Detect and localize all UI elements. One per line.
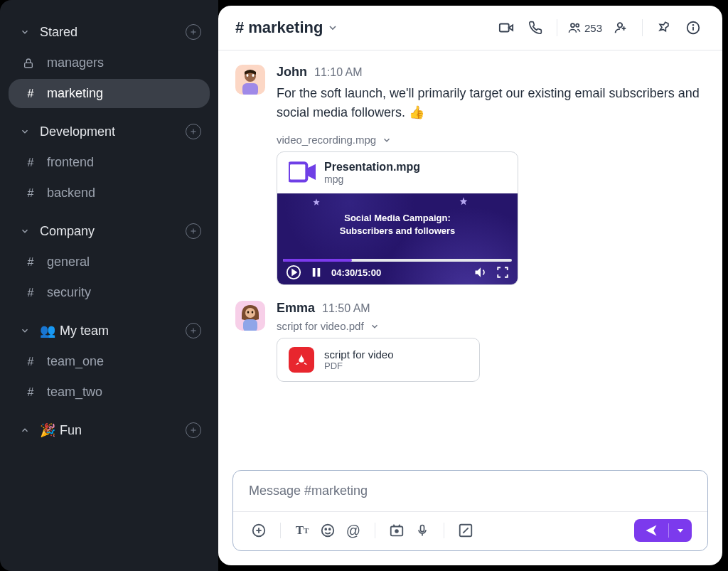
- add-channel-button[interactable]: [186, 323, 201, 338]
- svg-point-24: [252, 74, 255, 77]
- audio-call-button[interactable]: [524, 16, 547, 39]
- svg-rect-29: [313, 268, 316, 277]
- people-icon: [567, 21, 582, 35]
- attachment-filename: script for video.pdf: [277, 320, 364, 332]
- pdf-attachment[interactable]: script for video PDF: [277, 338, 480, 382]
- record-audio-button[interactable]: [412, 521, 432, 540]
- svg-point-34: [247, 311, 250, 314]
- send-button[interactable]: [634, 519, 668, 542]
- video-caption: Social Media Campaign: Subscribers and f…: [277, 212, 518, 238]
- pin-button[interactable]: [653, 16, 675, 39]
- svg-marker-31: [476, 267, 481, 277]
- format-button[interactable]: TT: [292, 521, 312, 540]
- play-button[interactable]: [286, 265, 301, 280]
- section-company[interactable]: Company: [9, 216, 210, 246]
- message-time: 11:50 AM: [322, 302, 370, 315]
- add-channel-button[interactable]: [186, 24, 201, 40]
- composer-toolbar: TT @: [233, 511, 707, 550]
- attachment-label-row[interactable]: video_recording.mpg: [277, 134, 705, 146]
- avatar[interactable]: [235, 301, 265, 331]
- lock-icon: [23, 58, 38, 69]
- member-count[interactable]: 253: [567, 21, 602, 35]
- svg-rect-33: [243, 319, 257, 331]
- emoji-button[interactable]: [318, 521, 338, 540]
- hash-icon: #: [23, 87, 38, 100]
- chevron-up-icon: [17, 425, 33, 435]
- section-label: Company: [40, 224, 186, 239]
- svg-point-32: [245, 308, 255, 318]
- video-thumbnail[interactable]: Social Media Campaign: Subscribers and f…: [277, 193, 518, 284]
- channel-title[interactable]: # marketing: [235, 18, 338, 37]
- section-label: 🎉Fun: [40, 422, 186, 438]
- send-options-button[interactable]: [669, 522, 692, 539]
- message-text: For the soft launch, we'll primarily tar…: [277, 84, 705, 122]
- main-panel: # marketing 253: [218, 6, 722, 565]
- sidebar-item-frontend[interactable]: # frontend: [9, 148, 210, 177]
- svg-rect-11: [500, 24, 509, 32]
- channel-name: marketing: [47, 86, 103, 101]
- shortcut-button[interactable]: [456, 521, 476, 540]
- sidebar-item-general[interactable]: # general: [9, 247, 210, 277]
- video-progress[interactable]: [283, 259, 512, 262]
- message-author[interactable]: John: [277, 65, 307, 80]
- video-file-icon: [289, 161, 316, 183]
- svg-rect-44: [421, 525, 424, 532]
- add-channel-button[interactable]: [186, 124, 201, 139]
- svg-rect-22: [242, 83, 258, 95]
- hash-icon: #: [23, 287, 38, 299]
- info-button[interactable]: [681, 16, 705, 40]
- fullscreen-button[interactable]: [496, 266, 509, 279]
- channel-name: managers: [47, 55, 104, 70]
- section-stared[interactable]: Stared: [9, 17, 210, 47]
- svg-rect-30: [318, 268, 321, 277]
- attach-button[interactable]: [249, 521, 269, 540]
- add-channel-button[interactable]: [186, 223, 201, 239]
- chevron-down-icon: [17, 226, 33, 236]
- pdf-ext: PDF: [324, 361, 394, 371]
- hash-icon: #: [23, 386, 38, 399]
- record-video-button[interactable]: [387, 521, 407, 540]
- channel-name: team_two: [47, 385, 102, 400]
- svg-point-13: [571, 23, 574, 27]
- video-controls: 04:30/15:00: [283, 265, 512, 280]
- svg-point-39: [322, 525, 334, 537]
- sidebar-item-marketing[interactable]: # marketing: [9, 79, 210, 108]
- message-list: John 11:10 AM For the soft launch, we'll…: [218, 50, 722, 464]
- svg-rect-25: [289, 163, 306, 181]
- sidebar-item-team-two[interactable]: # team_two: [9, 378, 210, 407]
- sidebar-item-security[interactable]: # security: [9, 278, 210, 307]
- party-emoji: 🎉: [40, 423, 55, 437]
- message-john: John 11:10 AM For the soft launch, we'll…: [235, 65, 705, 285]
- video-attachment[interactable]: Presentation.mpg mpg Social Media Campai…: [277, 151, 518, 285]
- add-channel-button[interactable]: [186, 422, 201, 438]
- svg-marker-47: [678, 529, 683, 533]
- attachment-label-row[interactable]: script for video.pdf: [277, 320, 705, 332]
- channel-name: general: [47, 255, 90, 270]
- message-placeholder: Message #marketing: [249, 484, 368, 498]
- hash-icon: #: [23, 256, 38, 269]
- sidebar-item-backend[interactable]: # backend: [9, 178, 210, 208]
- video-call-button[interactable]: [494, 16, 518, 40]
- avatar[interactable]: [235, 65, 265, 95]
- section-my-team[interactable]: 👥My team: [9, 316, 210, 346]
- pause-button[interactable]: [310, 266, 323, 279]
- section-label: Stared: [40, 25, 186, 40]
- svg-rect-2: [25, 63, 33, 68]
- section-development[interactable]: Development: [9, 117, 210, 146]
- message-author[interactable]: Emma: [277, 301, 315, 316]
- svg-point-20: [693, 25, 694, 26]
- mention-button[interactable]: @: [343, 521, 363, 540]
- add-member-button[interactable]: [608, 16, 632, 40]
- video-file-ext: mpg: [324, 174, 420, 185]
- svg-point-40: [325, 528, 326, 530]
- channel-header: # marketing 253: [218, 6, 722, 50]
- sidebar-item-managers[interactable]: managers: [9, 48, 210, 78]
- volume-button[interactable]: [473, 265, 488, 279]
- attachment-filename: video_recording.mpg: [277, 134, 376, 146]
- sidebar-item-team-one[interactable]: # team_one: [9, 347, 210, 376]
- section-fun[interactable]: 🎉Fun: [9, 415, 210, 445]
- chevron-down-icon: [382, 135, 392, 145]
- message-input[interactable]: Message #marketing: [233, 471, 707, 511]
- svg-marker-28: [292, 270, 296, 274]
- chevron-down-icon: [17, 127, 33, 137]
